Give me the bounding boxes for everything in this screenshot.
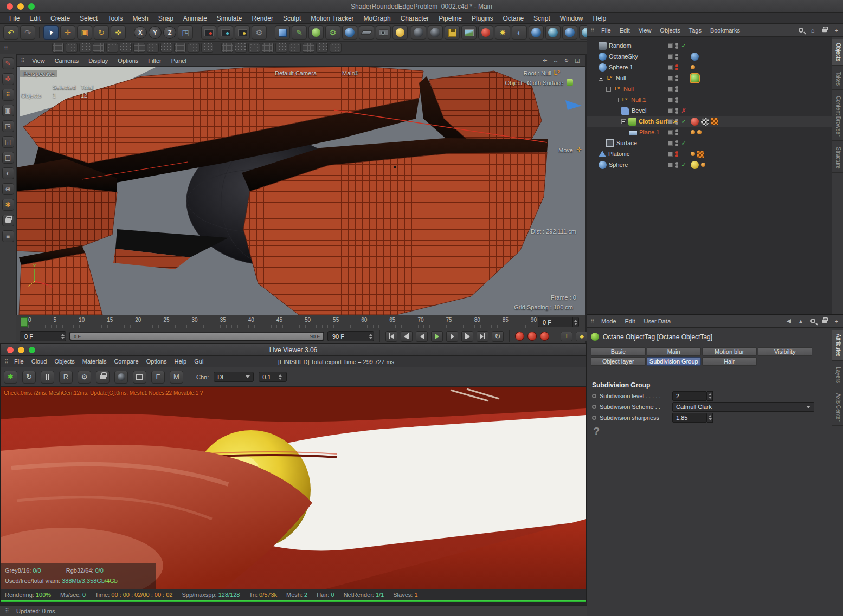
attr-menu-edit[interactable]: Edit — [621, 317, 639, 326]
om-menu-edit[interactable]: Edit — [616, 26, 634, 35]
object-row-null1[interactable]: L⁰ Null.1 — [587, 94, 832, 105]
octane-tag-icon[interactable] — [691, 65, 695, 69]
om-menu-bookmarks[interactable]: Bookmarks — [706, 26, 744, 35]
current-frame-field[interactable]: 0 F — [538, 317, 579, 327]
visibility-dots[interactable] — [675, 43, 678, 49]
honeycomb-array-icon[interactable] — [174, 43, 186, 53]
tab-takes[interactable]: Takes — [832, 68, 843, 90]
layer-toggle[interactable] — [668, 152, 673, 157]
octane-sky-button[interactable] — [529, 25, 544, 40]
layer-toggle[interactable] — [668, 98, 673, 102]
autokey-button[interactable]: ✛ — [561, 332, 572, 341]
lv-menu-compare[interactable]: Compare — [110, 357, 142, 366]
mirror-icon[interactable] — [93, 43, 105, 53]
subdivision-surface-button[interactable] — [308, 25, 324, 40]
render-view-button[interactable] — [201, 25, 216, 40]
object-name[interactable]: Null.1 — [631, 96, 646, 103]
add-panel-icon[interactable]: + — [832, 26, 841, 35]
history-back-icon[interactable]: ◀ — [784, 317, 793, 326]
move-tool[interactable]: ✛ — [60, 25, 75, 40]
lock-panel-icon[interactable] — [820, 26, 829, 35]
search-icon[interactable] — [808, 317, 817, 326]
lv-menu-gui[interactable]: Gui — [190, 357, 207, 366]
play-button[interactable] — [431, 331, 443, 342]
level-stepper[interactable] — [707, 391, 713, 401]
refresh-render-button[interactable]: ✱ — [4, 371, 17, 384]
expand-toggle[interactable] — [599, 76, 603, 81]
preview-range-slider[interactable]: 0 F 90 F — [69, 332, 324, 341]
subdivision-sharpness-input[interactable]: 1.85 — [672, 413, 707, 423]
range-start-stepper[interactable] — [60, 332, 66, 341]
menu-file[interactable]: File — [4, 14, 24, 23]
object-row-plane1[interactable]: Plane.1 — [587, 127, 832, 138]
tools-extra-icon[interactable] — [188, 43, 200, 53]
menu-tools[interactable]: Tools — [102, 14, 127, 23]
object-name[interactable]: Platonic — [608, 151, 629, 157]
quantize-icon[interactable] — [235, 43, 247, 53]
object-row-cloth-surface[interactable]: Cloth Surface ✓ — [587, 116, 832, 127]
menu-render[interactable]: Render — [247, 14, 278, 23]
object-name[interactable]: Sphere.1 — [609, 64, 633, 70]
tab-layers[interactable]: Layers — [832, 363, 843, 387]
menu-script[interactable]: Script — [529, 14, 555, 23]
lv-menu-options[interactable]: Options — [143, 357, 171, 366]
timeline-ruler[interactable]: 051015202530354045505560657075808590 0 F — [16, 315, 585, 329]
menu-mograph[interactable]: MoGraph — [359, 14, 396, 23]
range-end-value[interactable]: 90 F — [328, 333, 368, 340]
snap-enable-icon[interactable] — [221, 43, 233, 53]
camera-button[interactable] — [376, 25, 391, 40]
toolbar-grip[interactable]: ⠿ — [2, 44, 10, 51]
vp-menu-options[interactable]: Options — [113, 56, 143, 65]
current-frame-value[interactable]: 0 F — [538, 319, 572, 326]
vp-menu-panel[interactable]: Panel — [167, 56, 191, 65]
minimize-button[interactable] — [17, 3, 24, 10]
vp-menu-view[interactable]: View — [28, 56, 49, 65]
lv-menu-objects[interactable]: Objects — [50, 357, 78, 366]
layer-toggle[interactable] — [668, 141, 673, 146]
floor-button[interactable] — [359, 25, 374, 40]
workplane-mode-icon[interactable] — [201, 43, 213, 53]
sample-field[interactable]: 0.1 — [259, 372, 287, 382]
previous-frame-button[interactable] — [416, 331, 428, 342]
layer-toggle[interactable] — [668, 163, 673, 167]
visibility-dots[interactable] — [675, 54, 678, 60]
last-tool-button[interactable]: ✜ — [111, 25, 126, 40]
object-name[interactable]: Sphere — [609, 161, 628, 168]
object-row-null[interactable]: L⁰ Null — [587, 73, 832, 83]
object-name[interactable]: Null — [623, 86, 634, 92]
spline-snap-icon[interactable] — [289, 43, 301, 53]
enabled-check-icon[interactable]: ✓ — [680, 140, 687, 147]
object-row-sphere[interactable]: Sphere ✓ — [587, 159, 832, 170]
visibility-dots[interactable] — [675, 97, 678, 103]
menu-edit[interactable]: Edit — [24, 14, 46, 23]
spline-pen-tool-icon[interactable]: ✎ — [2, 57, 14, 69]
visibility-dots[interactable] — [675, 151, 678, 157]
visibility-dots[interactable] — [675, 162, 678, 168]
render-settings-button[interactable]: ⚙ — [252, 25, 267, 40]
grid-array-icon[interactable] — [147, 43, 159, 53]
traffic-lights[interactable] — [7, 3, 35, 10]
sample-stepper[interactable] — [277, 372, 283, 381]
menu-pipeline[interactable]: Pipeline — [434, 14, 467, 23]
visibility-dots[interactable] — [675, 64, 678, 70]
object-name[interactable]: OctaneSky — [609, 53, 638, 60]
edge-snap-icon[interactable] — [262, 43, 274, 53]
lv-menu-help[interactable]: Help — [171, 357, 191, 366]
animation-dot-icon[interactable] — [592, 416, 596, 420]
go-to-end-button[interactable] — [477, 331, 488, 342]
layer-toggle[interactable] — [668, 87, 673, 92]
range-end-field[interactable]: 90 F — [327, 331, 374, 341]
channel-dropdown[interactable]: DL — [214, 372, 254, 382]
menu-window[interactable]: Window — [555, 14, 588, 23]
animation-dot-icon[interactable] — [592, 394, 596, 398]
redo-button[interactable]: ↷ — [20, 25, 35, 40]
material-picker-button[interactable]: M — [170, 371, 183, 384]
lock-panel-icon[interactable] — [820, 317, 829, 326]
attr-menu-mode[interactable]: Mode — [597, 317, 620, 326]
lock-z-axis-button[interactable]: Z — [163, 26, 176, 39]
material-manager-button[interactable] — [428, 25, 443, 40]
rotate-view-icon[interactable]: ↻ — [562, 57, 571, 64]
record-scale-button[interactable] — [527, 332, 537, 341]
octane-objecttag-icon-selected[interactable] — [691, 74, 699, 82]
rotate-tool[interactable]: ↻ — [94, 25, 109, 40]
